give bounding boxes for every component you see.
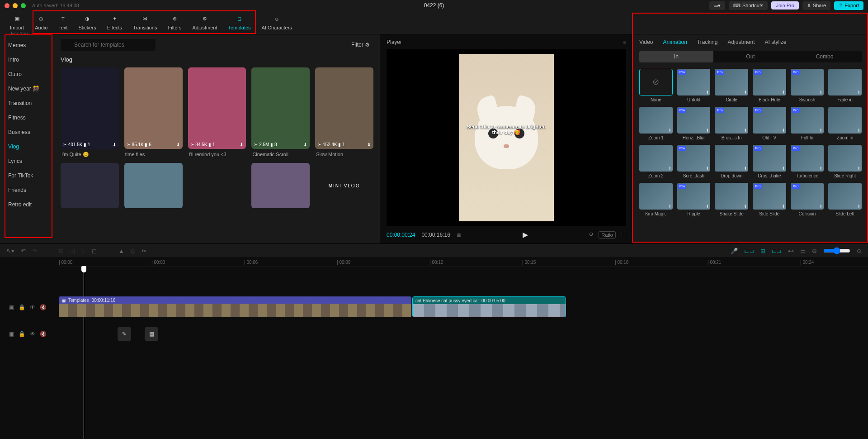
track2-lock-icon[interactable]: 🔒 <box>19 331 25 337</box>
join-pro-button[interactable]: Join Pro <box>771 1 798 10</box>
sidebar-item-lyrics[interactable]: Lyrics <box>0 154 54 168</box>
tool-audio[interactable]: ◷Audio <box>29 14 53 31</box>
sidebar-item-intro[interactable]: Intro <box>0 52 54 67</box>
share-button[interactable]: ⇧ Share <box>802 1 830 10</box>
window-close[interactable] <box>5 3 9 8</box>
timeline-clip-templates[interactable]: ▣ Templates 00:00:11:16 <box>59 296 411 317</box>
layout-button[interactable]: ▭▾ <box>709 1 725 10</box>
template-card[interactable]: ✂ 2.5M ▮ 8⬇Cinematic Scroll <box>251 67 310 157</box>
track-edit-button[interactable]: ✎ <box>118 327 131 341</box>
template-card[interactable] <box>251 163 310 208</box>
tool-import[interactable]: ▣Import <box>5 14 29 31</box>
template-card[interactable]: ✂ 152.4K ▮ 1⬇Slow Motion <box>315 67 373 157</box>
shortcuts-button[interactable]: ⌨ Shortcuts <box>729 1 768 10</box>
segment-out[interactable]: Out <box>713 51 788 62</box>
segment-combo[interactable]: Combo <box>788 51 862 62</box>
animation-swoosh[interactable]: Pro⬇Swoosh <box>791 69 824 102</box>
animation-none[interactable]: ⊘None <box>639 69 673 102</box>
export-button[interactable]: ⇧ Export <box>834 1 863 10</box>
playhead[interactable] <box>84 267 84 439</box>
animation-ripple[interactable]: Pro⬇Ripple <box>677 183 711 216</box>
sidebar-item-transition[interactable]: Transition <box>0 96 54 110</box>
marker3-icon[interactable]: ⊏⊐ <box>772 248 782 254</box>
animation-scre-lash[interactable]: Pro⬇Scre...lash <box>677 145 711 178</box>
mirror-icon[interactable]: ▲ <box>118 248 124 254</box>
filter-button[interactable]: Filter ⚙ <box>348 39 373 50</box>
tool-adjustment[interactable]: ⚙Adjustment <box>187 14 222 31</box>
track2-mute-icon[interactable]: 🔇 <box>40 331 47 337</box>
animation-old-tv[interactable]: Pro⬇Old TV <box>753 107 786 140</box>
tab-ai-stylize[interactable]: AI stylize <box>764 39 786 45</box>
player-menu-icon[interactable]: ≡ <box>623 39 626 45</box>
zoom-fit-icon[interactable]: ⊙ <box>857 248 862 254</box>
track-storage-button[interactable]: ▤ <box>145 327 158 341</box>
template-card[interactable] <box>61 163 119 208</box>
screen-icon[interactable]: ▭ <box>800 248 806 254</box>
animation-shake-slide[interactable]: ⬇Shake Slide <box>715 183 748 216</box>
marker1-icon[interactable]: ⊏⊐ <box>744 248 754 254</box>
mic-icon[interactable]: 🎤 <box>731 248 738 254</box>
track-collapse-icon[interactable]: ▣ <box>9 304 14 310</box>
tool-effects[interactable]: ✦Effects <box>102 14 127 31</box>
tool-transitions[interactable]: ⋈Transitions <box>127 14 162 31</box>
tool-text[interactable]: TText <box>53 14 73 31</box>
tab-adjustment[interactable]: Adjustment <box>727 39 755 45</box>
tab-tracking[interactable]: Tracking <box>697 39 718 45</box>
tool-templates[interactable]: ◻Templates <box>222 14 256 31</box>
play-button[interactable]: ▶ <box>523 230 528 239</box>
delete-right-icon[interactable]: ▷ <box>81 248 85 254</box>
crop2-icon[interactable]: ✂ <box>142 248 146 254</box>
scale-icon[interactable]: ⊙ <box>589 231 593 239</box>
fullscreen-icon[interactable]: ⛶ <box>621 231 626 239</box>
zoom-slider[interactable] <box>823 247 850 254</box>
animation-unfold[interactable]: Pro⬇Unfold <box>677 69 711 102</box>
crop-icon[interactable]: ◻ <box>92 248 97 254</box>
animation-slide-left[interactable]: ⬇Slide Left <box>828 183 862 216</box>
animation-kira-magic[interactable]: ⬇Kira Magic <box>639 183 673 216</box>
window-maximize[interactable] <box>21 3 26 8</box>
search-input[interactable] <box>61 39 156 51</box>
template-card[interactable]: MINI VLOG <box>315 163 373 208</box>
sidebar-item-retro-edit[interactable]: Retro edit <box>0 197 54 212</box>
track-eye-icon[interactable]: 👁 <box>30 304 35 310</box>
rotate-icon[interactable]: ◇ <box>131 248 135 254</box>
animation-cros-hake[interactable]: Pro⬇Cros...hake <box>753 145 786 178</box>
sidebar-item-fitness[interactable]: Fitness <box>0 110 54 125</box>
animation-fall-in[interactable]: Pro⬇Fall In <box>791 107 824 140</box>
redo-icon[interactable]: ↷ <box>32 248 37 254</box>
template-card[interactable]: ✂ 401.5K ▮ 1⬇I'm Quite 😊 <box>61 67 119 157</box>
marker2-icon[interactable]: ⊞ <box>760 248 765 254</box>
template-card[interactable] <box>124 163 183 208</box>
template-card[interactable]: ✂ 84.5K ▮ 1⬇I'll remind you <3 <box>188 67 246 157</box>
template-card[interactable] <box>188 163 246 208</box>
animation-zoom-2[interactable]: ⬇Zoom 2 <box>639 145 673 178</box>
animation-zoom-in[interactable]: ⬇Zoom in <box>828 107 862 140</box>
animation-black-hole[interactable]: Pro⬇Black Hole <box>753 69 786 102</box>
delete-left-icon[interactable]: ◁ <box>70 248 75 254</box>
animation-slide-right[interactable]: ⬇Slide Right <box>828 145 862 178</box>
sidebar-item-for-tiktok[interactable]: For TikTok <box>0 168 54 183</box>
player-canvas[interactable]: Send this to someone to brighten their d… <box>387 49 626 226</box>
sidebar-item-friends[interactable]: Friends <box>0 183 54 197</box>
split-icon[interactable]: ⊟ <box>59 248 64 254</box>
timeline-clip-cat[interactable]: cat Balinese cat pussy eyed cat 00:00:05… <box>412 296 566 317</box>
tab-animation[interactable]: Animation <box>663 39 687 45</box>
segment-in[interactable]: In <box>639 51 713 62</box>
template-card[interactable]: ✂ 85.1K ▮ 6⬇time flies <box>124 67 183 157</box>
tool-ai-characters[interactable]: ☺AI Characters <box>256 14 297 31</box>
window-minimize[interactable] <box>13 3 18 8</box>
cursor-tool-icon[interactable]: ↖▾ <box>6 248 14 254</box>
undo-icon[interactable]: ↶ <box>21 248 26 254</box>
ratio-button[interactable]: Ratio <box>599 231 616 239</box>
list-icon[interactable]: ≣ <box>457 232 461 238</box>
tool-stickers[interactable]: ◑Stickers <box>73 14 102 31</box>
track-mute-icon[interactable]: 🔇 <box>40 304 47 310</box>
animation-drop-down[interactable]: ⬇Drop down <box>715 145 748 178</box>
tab-video[interactable]: Video <box>639 39 653 45</box>
time-ruler[interactable]: | 00:00| 00:03| 00:06| 00:09| 00:12| 00:… <box>59 258 868 267</box>
zoom-out-icon[interactable]: ⊖ <box>812 248 817 254</box>
animation-brus-s-in[interactable]: Pro⬇Brus...s In <box>715 107 748 140</box>
animation-side-slide[interactable]: Pro⬇Side Slide <box>753 183 786 216</box>
sidebar-item-outro[interactable]: Outro <box>0 67 54 81</box>
animation-collision[interactable]: Pro⬇Collision <box>791 183 824 216</box>
